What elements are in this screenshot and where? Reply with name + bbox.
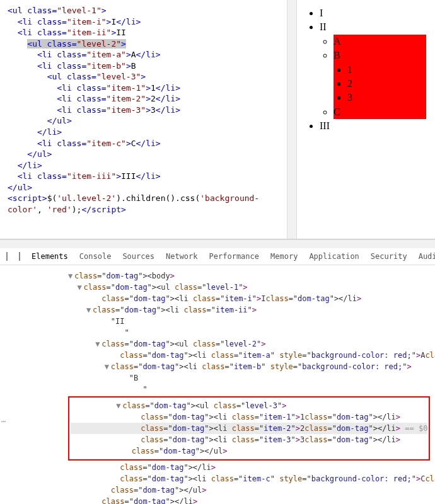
dom-node[interactable]: "II bbox=[68, 316, 435, 327]
code-line: <li class="item-iii">III</li> bbox=[8, 171, 289, 182]
dom-node[interactable]: class="dom-tag"></ul> bbox=[71, 445, 427, 457]
code-line: </li> bbox=[8, 160, 289, 171]
code-editor-panel[interactable]: <ul class="level-1"> <li class="item-i">… bbox=[0, 0, 296, 239]
list-text: A bbox=[334, 36, 341, 47]
code-line: </ul> bbox=[8, 182, 289, 193]
device-toggle-icon[interactable] bbox=[19, 252, 20, 261]
list-text: I bbox=[320, 8, 323, 18]
dom-node[interactable]: ▼class="dom-tag"><body> bbox=[68, 270, 435, 282]
dom-node[interactable]: ▼class="dom-tag"><li class="item-ii"> bbox=[68, 304, 435, 316]
dom-node[interactable]: ▼class="dom-tag"><ul class="level-3"> bbox=[71, 400, 427, 411]
list-item: I bbox=[320, 6, 426, 20]
code-line: <li class="item-i">I</li> bbox=[8, 16, 289, 28]
tab-memory[interactable]: Memory bbox=[270, 252, 298, 261]
tab-sources[interactable]: Sources bbox=[122, 252, 154, 261]
dom-node[interactable]: class="dom-tag"><li class="item-i">Iclas… bbox=[68, 293, 435, 304]
dom-node[interactable]: class="dom-tag"><li class="item-a" style… bbox=[68, 350, 435, 361]
code-line: <li class="item-c">C</li> bbox=[8, 138, 289, 149]
code-line: <li class="item-a">A</li> bbox=[8, 49, 289, 60]
dom-node[interactable]: class="dom-tag"></ul> bbox=[68, 484, 435, 496]
horizontal-scrollbar[interactable] bbox=[0, 239, 435, 248]
list-item: 1 bbox=[347, 63, 426, 77]
list-text: C bbox=[334, 106, 340, 117]
dom-tree[interactable]: ▼class="dom-tag"><body> ▼class="dom-tag"… bbox=[0, 265, 435, 504]
tab-console[interactable]: Console bbox=[79, 252, 112, 261]
code-line: </ul> bbox=[8, 149, 289, 160]
dom-node[interactable]: ▼class="dom-tag"><ul class="level-1"> bbox=[68, 282, 435, 293]
tab-application[interactable]: Application bbox=[309, 252, 359, 261]
code-line: <ul class="level-3"> bbox=[8, 71, 289, 83]
list-text: B bbox=[334, 50, 340, 60]
dom-node[interactable]: class="dom-tag"><li class="item-3">3clas… bbox=[71, 434, 427, 445]
dom-node[interactable]: "B bbox=[68, 372, 435, 384]
preview-list-level1: I II A B 1 2 3 C III bbox=[320, 6, 426, 134]
code-line: <li class="item-b">B bbox=[8, 60, 289, 72]
code-line: </ul> bbox=[8, 115, 289, 127]
tab-audits[interactable]: Audits bbox=[419, 252, 435, 261]
highlight-box: ▼class="dom-tag"><ul class="level-3"> cl… bbox=[68, 396, 430, 461]
side-ellipsis: ⋯ bbox=[1, 417, 6, 426]
code-line: <ul class="level-1"> bbox=[8, 5, 289, 16]
dom-node[interactable]: class="dom-tag"><li class="item-1">1clas… bbox=[71, 411, 427, 423]
code-line: <li class="item-1">1</li> bbox=[8, 83, 289, 94]
dom-node[interactable]: ▼class="dom-tag"><li class="item-b" styl… bbox=[68, 361, 435, 372]
list-item: C bbox=[334, 105, 426, 119]
tab-performance[interactable]: Performance bbox=[209, 252, 259, 261]
dom-node[interactable]: class="dom-tag"></li> bbox=[68, 462, 435, 473]
top-section: <ul class="level-1"> <li class="item-i">… bbox=[0, 0, 435, 239]
dom-node[interactable]: class="dom-tag"><li class="item-c" style… bbox=[68, 473, 435, 484]
list-text: II bbox=[320, 21, 327, 32]
tab-network[interactable]: Network bbox=[166, 252, 198, 261]
devtools-panel: Elements Console Sources Network Perform… bbox=[0, 248, 435, 504]
code-line: color', 'red');</script> bbox=[8, 204, 289, 215]
dom-node[interactable]: class="dom-tag"></li> bbox=[68, 496, 435, 504]
list-item: 3 bbox=[347, 91, 426, 105]
code-line: <script>$('ul.level-2').children().css('… bbox=[8, 193, 289, 204]
dom-node[interactable]: " bbox=[68, 327, 435, 338]
preview-list-level2: A B 1 2 3 C bbox=[334, 35, 426, 119]
preview-panel: I II A B 1 2 3 C III bbox=[296, 0, 435, 239]
list-text: 3 bbox=[347, 92, 352, 103]
dom-node[interactable]: " bbox=[68, 384, 435, 395]
preview-list-level3: 1 2 3 bbox=[347, 63, 426, 105]
tab-elements[interactable]: Elements bbox=[32, 252, 68, 261]
code-line: <li class="item-ii">II bbox=[8, 27, 289, 38]
code-line: <li class="item-2">2</li> bbox=[8, 93, 289, 105]
list-item: II A B 1 2 3 C bbox=[320, 20, 426, 119]
inspect-icon[interactable] bbox=[6, 252, 8, 261]
list-text: III bbox=[320, 120, 330, 131]
code-line: <li class="item-3">3</li> bbox=[8, 105, 289, 116]
list-text: 2 bbox=[347, 78, 352, 89]
list-text: 1 bbox=[347, 64, 352, 75]
code-line: </li> bbox=[8, 127, 289, 138]
list-item: 2 bbox=[347, 77, 426, 91]
list-item: A bbox=[334, 35, 426, 49]
list-item: III bbox=[320, 119, 426, 133]
dom-node[interactable]: ▼class="dom-tag"><ul class="level-2"> bbox=[68, 338, 435, 350]
list-item: B 1 2 3 bbox=[334, 49, 426, 105]
dom-node[interactable]: class="dom-tag"><li class="item-2">2clas… bbox=[71, 423, 427, 434]
devtools-tabbar: Elements Console Sources Network Perform… bbox=[0, 248, 435, 265]
tab-security[interactable]: Security bbox=[371, 252, 407, 261]
code-line-highlighted: <ul class="level-2"> bbox=[8, 38, 289, 50]
